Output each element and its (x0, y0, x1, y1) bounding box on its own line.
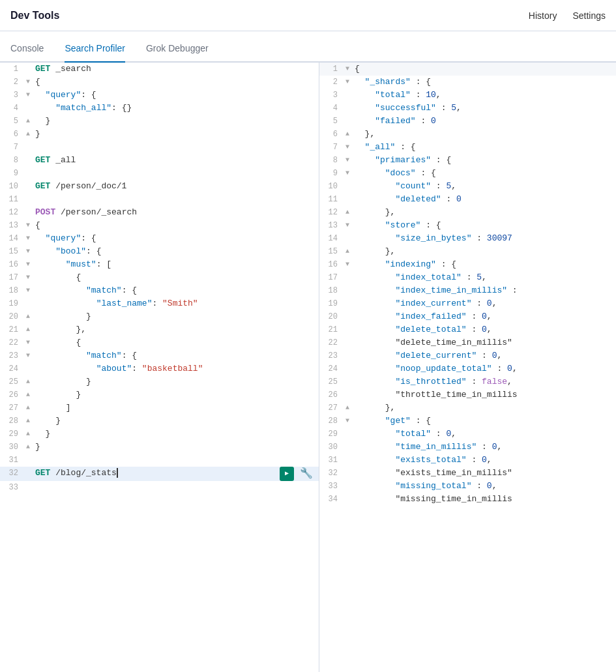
result-line-20: 20 "index_failed" : 0, (319, 310, 616, 323)
line-number: 13 (0, 219, 23, 232)
line-number: 28 (0, 415, 23, 428)
fold-gutter[interactable]: ▼ (343, 415, 352, 428)
fold-gutter[interactable]: ▲ (23, 388, 33, 402)
editor-line-23[interactable]: 23▼ "match": { (0, 349, 319, 362)
result-code-area[interactable]: 1▼{2▼ "_shards" : {3 "total" : 10,4 "suc… (319, 63, 616, 672)
editor-line-7[interactable]: 7 (0, 141, 319, 154)
fold-gutter[interactable]: ▲ (23, 441, 33, 454)
code-text: GET _search (33, 63, 319, 76)
editor-line-13[interactable]: 13▼{ (0, 219, 319, 232)
fold-gutter[interactable]: ▼ (343, 63, 352, 76)
fold-gutter[interactable]: ▼ (23, 89, 33, 102)
editor-line-9[interactable]: 9 (0, 167, 319, 180)
editor-line-22[interactable]: 22▼ { (0, 336, 319, 349)
editor-line-12[interactable]: 12POST /person/_search (0, 206, 319, 219)
editor-line-25[interactable]: 25▲ } (0, 375, 319, 388)
code-text: { (33, 219, 319, 232)
code-text: "match": { (33, 349, 319, 362)
tab-grok-debugger[interactable]: Grok Debugger (146, 43, 209, 63)
fold-gutter[interactable]: ▲ (343, 245, 352, 258)
editor-line-31[interactable]: 31 (0, 454, 319, 467)
fold-gutter[interactable]: ▼ (343, 219, 352, 232)
editor-line-29[interactable]: 29▲ } (0, 428, 319, 441)
fold-gutter[interactable]: ▼ (23, 336, 33, 349)
fold-gutter[interactable]: ▼ (23, 219, 33, 232)
fold-gutter[interactable]: ▲ (23, 323, 33, 336)
editor-line-11[interactable]: 11 (0, 193, 319, 206)
fold-gutter[interactable]: ▲ (23, 428, 33, 441)
fold-gutter[interactable]: ▲ (23, 375, 33, 388)
settings-link[interactable]: Settings (572, 10, 606, 21)
fold-gutter[interactable]: ▲ (23, 310, 33, 323)
fold-gutter[interactable]: ▼ (343, 141, 352, 154)
fold-gutter[interactable]: ▼ (23, 245, 33, 258)
result-code-text: }, (352, 206, 616, 219)
editor-line-8[interactable]: 8GET _all (0, 154, 319, 167)
fold-gutter[interactable]: ▼ (343, 258, 352, 271)
fold-gutter[interactable]: ▼ (23, 258, 33, 271)
editor-line-14[interactable]: 14▼ "query": { (0, 232, 319, 245)
result-code-text: "index_current" : 0, (352, 297, 616, 310)
line-number: 32 (319, 467, 343, 480)
editor-line-32[interactable]: 32GET /blog/_stats🔧 (0, 467, 319, 481)
editor-line-27[interactable]: 27▲ ] (0, 402, 319, 415)
editor-line-10[interactable]: 10GET /person/_doc/1 (0, 180, 319, 193)
fold-gutter[interactable]: ▼ (23, 232, 33, 245)
fold-gutter[interactable]: ▲ (343, 402, 352, 415)
editor-panel: 1GET _search2▼{3▼ "query": {4 "match_all… (0, 63, 319, 672)
history-link[interactable]: History (529, 10, 557, 21)
result-code-text: "failed" : 0 (352, 115, 616, 128)
editor-line-33[interactable]: 33 (0, 481, 319, 494)
fold-gutter[interactable]: ▼ (343, 76, 352, 89)
editor-line-1[interactable]: 1GET _search (0, 63, 319, 76)
tab-console[interactable]: Console (10, 43, 44, 63)
editor-line-2[interactable]: 2▼{ (0, 76, 319, 89)
editor-line-20[interactable]: 20▲ } (0, 310, 319, 323)
editor-line-16[interactable]: 16▼ "must": [ (0, 258, 319, 271)
editor-line-21[interactable]: 21▲ }, (0, 323, 319, 336)
fold-gutter[interactable]: ▼ (23, 284, 33, 297)
result-line-15: 15▲ }, (319, 245, 616, 258)
result-line-13: 13▼ "store" : { (319, 219, 616, 232)
fold-gutter[interactable]: ▼ (23, 349, 33, 362)
editor-line-28[interactable]: 28▲ } (0, 415, 319, 428)
fold-gutter[interactable]: ▲ (343, 206, 352, 219)
result-line-5: 5 "failed" : 0 (319, 115, 616, 128)
tab-search-profiler[interactable]: Search Profiler (65, 43, 125, 63)
editor-line-17[interactable]: 17▼ { (0, 271, 319, 284)
fold-gutter[interactable]: ▲ (343, 128, 352, 141)
result-line-9: 9▼ "docs" : { (319, 167, 616, 180)
code-text: POST /person/_search (33, 206, 319, 219)
editor-line-26[interactable]: 26▲ } (0, 388, 319, 402)
editor-line-3[interactable]: 3▼ "query": { (0, 89, 319, 102)
fold-gutter[interactable]: ▼ (343, 167, 352, 180)
result-line-34: 34 "missing_time_in_millis (319, 493, 616, 506)
result-line-24: 24 "noop_update_total" : 0, (319, 362, 616, 375)
fold-gutter[interactable]: ▼ (23, 76, 33, 89)
editor-line-4[interactable]: 4 "match_all": {} (0, 102, 319, 115)
editor-line-15[interactable]: 15▼ "bool": { (0, 245, 319, 258)
result-code-text: "docs" : { (352, 167, 616, 180)
editor-line-18[interactable]: 18▼ "match": { (0, 284, 319, 297)
line-number: 9 (0, 167, 23, 180)
fold-gutter[interactable]: ▲ (23, 415, 33, 428)
line-number: 19 (319, 297, 343, 310)
fold-gutter[interactable]: ▲ (23, 402, 33, 415)
editor-code-area[interactable]: 1GET _search2▼{3▼ "query": {4 "match_all… (0, 63, 319, 672)
editor-line-30[interactable]: 30▲} (0, 441, 319, 454)
wrench-icon[interactable]: 🔧 (299, 467, 314, 481)
fold-gutter[interactable]: ▲ (23, 115, 33, 128)
editor-line-5[interactable]: 5▲ } (0, 115, 319, 128)
result-line-21: 21 "delete_total" : 0, (319, 323, 616, 336)
code-text: { (33, 271, 319, 284)
fold-gutter[interactable]: ▼ (23, 271, 33, 284)
editor-line-24[interactable]: 24 "about": "basketball" (0, 362, 319, 375)
fold-gutter[interactable]: ▲ (23, 128, 33, 141)
editor-line-19[interactable]: 19 "last_name": "Smith" (0, 297, 319, 310)
run-button[interactable] (280, 467, 294, 481)
line-number: 16 (0, 258, 23, 271)
fold-gutter[interactable]: ▼ (343, 154, 352, 167)
result-line-31: 31 "exists_total" : 0, (319, 454, 616, 467)
editor-line-6[interactable]: 6▲} (0, 128, 319, 141)
line-number: 15 (0, 245, 23, 258)
